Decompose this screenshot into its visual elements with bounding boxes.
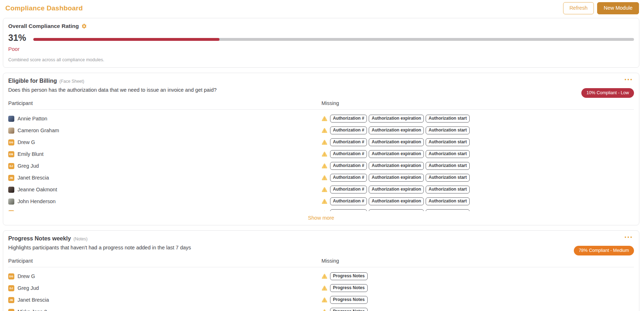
missing-cell: Authorization #Authorization expirationA… — [321, 209, 634, 211]
participant-name: Greg Jud — [18, 285, 39, 291]
missing-chip: Authorization # — [330, 115, 367, 123]
table-row[interactable]: DGDrew G Authorization #Authorization ex… — [8, 137, 634, 148]
overall-description: Combined score across all compliance mod… — [8, 57, 634, 62]
warning-icon — [321, 128, 328, 133]
missing-cell: Authorization #Authorization expirationA… — [321, 197, 634, 205]
participant-name: Janet Brescia — [18, 297, 49, 303]
participant-cell[interactable]: John Henderson — [8, 198, 321, 205]
module-card-eligible-for-billing: Eligible for Billing (Face Sheet) Does t… — [3, 73, 639, 225]
table-row[interactable]: Annie Patton Authorization #Authorizatio… — [8, 113, 634, 125]
avatar: GJ — [8, 285, 14, 291]
warning-icon — [321, 139, 328, 145]
avatar: MJ — [8, 309, 14, 311]
gear-icon[interactable] — [81, 23, 87, 29]
warning-icon — [321, 151, 328, 157]
participant-name: Annie Patton — [18, 116, 47, 121]
missing-cell: Authorization #Authorization expirationA… — [321, 162, 634, 170]
missing-chip: Authorization expiration — [369, 186, 424, 193]
missing-chip: Authorization expiration — [369, 115, 424, 123]
clipped-next-row: Authorization #Authorization expirationA… — [8, 207, 634, 211]
avatar — [8, 116, 14, 122]
participant-cell[interactable]: Jeanne Oakmont — [8, 187, 321, 193]
avatar — [8, 198, 14, 205]
participant-cell[interactable]: Annie Patton — [8, 116, 321, 122]
missing-chip: Authorization start — [426, 162, 470, 170]
participant-cell[interactable]: JBJanet Brescia — [8, 175, 321, 181]
missing-cell: Progress Notes — [321, 308, 634, 311]
table-row[interactable]: JBJanet Brescia Authorization #Authoriza… — [8, 172, 634, 184]
table-row[interactable]: JBJanet Brescia Progress Notes — [8, 294, 634, 306]
participant-cell[interactable]: DGDrew G — [8, 273, 321, 279]
avatar — [8, 210, 14, 211]
page-title: Compliance Dashboard — [5, 4, 83, 12]
table-row[interactable]: GJGreg Jud Authorization #Authorization … — [8, 160, 634, 172]
show-more-link[interactable]: Show more — [8, 211, 634, 224]
table-row[interactable]: John Henderson Authorization #Authorizat… — [8, 196, 634, 207]
missing-chip: Progress Notes — [330, 296, 368, 304]
avatar: JB — [8, 175, 14, 181]
missing-chip: Authorization # — [330, 162, 367, 170]
participant-cell[interactable]: EBEmily Blunt — [8, 151, 321, 157]
participant-name: Jeanne Oakmont — [18, 187, 57, 192]
warning-icon — [321, 297, 328, 303]
table-row[interactable]: Jeanne Oakmont Authorization #Authorizat… — [8, 184, 634, 196]
participant-cell[interactable]: DGDrew G — [8, 139, 321, 145]
missing-chip: Authorization expiration — [369, 126, 424, 134]
module-description: Highlights participants that haven't had… — [8, 245, 459, 250]
ellipsis-menu-icon[interactable] — [625, 79, 632, 81]
missing-cell: Authorization #Authorization expirationA… — [321, 126, 634, 134]
ellipsis-menu-icon[interactable] — [625, 236, 632, 238]
overall-compliance-title: Overall Compliance Rating — [8, 23, 79, 29]
overall-percent: 31% — [8, 33, 26, 42]
warning-icon — [321, 210, 328, 211]
participant-cell[interactable]: JBJanet Brescia — [8, 297, 321, 303]
new-module-button[interactable]: New Module — [597, 2, 639, 14]
table-header: Participant Missing — [8, 100, 634, 110]
missing-cell: Authorization #Authorization expirationA… — [321, 138, 634, 146]
compliance-badge: 10% Compliant - Low — [581, 88, 634, 98]
missing-chip: Authorization start — [426, 209, 470, 211]
missing-chip: Authorization # — [330, 138, 367, 146]
warning-icon — [321, 187, 328, 192]
missing-chip: Authorization # — [330, 126, 367, 134]
topbar-actions: Refresh New Module — [563, 2, 639, 14]
warning-icon — [321, 285, 328, 291]
table-row[interactable]: GJGreg Jud Progress Notes — [8, 282, 634, 294]
missing-chip: Authorization start — [426, 126, 470, 134]
missing-chip: Authorization # — [330, 209, 367, 211]
missing-chip: Authorization start — [426, 197, 470, 205]
module-title: Progress Notes weekly — [8, 235, 71, 242]
missing-cell: Authorization #Authorization expirationA… — [321, 186, 634, 193]
missing-chip: Progress Notes — [330, 308, 368, 311]
missing-cell: Progress Notes — [321, 284, 634, 292]
column-participant: Participant — [8, 100, 321, 106]
participant-cell[interactable]: GJGreg Jud — [8, 163, 321, 169]
table-row[interactable]: EBEmily Blunt Authorization #Authorizati… — [8, 148, 634, 160]
warning-icon — [321, 309, 328, 311]
missing-chip: Authorization expiration — [369, 209, 424, 211]
refresh-button[interactable]: Refresh — [563, 2, 594, 14]
table-row[interactable]: DGDrew G Progress Notes — [8, 271, 634, 282]
warning-icon — [321, 273, 328, 279]
missing-cell: Authorization #Authorization expirationA… — [321, 150, 634, 158]
module-subtitle: (Face Sheet) — [59, 79, 84, 84]
missing-chip: Authorization start — [426, 186, 470, 193]
participant-cell[interactable] — [8, 210, 321, 211]
rows: Annie Patton Authorization #Authorizatio… — [8, 110, 634, 207]
participant-cell[interactable]: GJGreg Jud — [8, 285, 321, 291]
avatar: DG — [8, 273, 14, 279]
avatar: GJ — [8, 163, 14, 169]
participant-cell[interactable]: Cameron Graham — [8, 128, 321, 134]
table-row[interactable]: Cameron Graham Authorization #Authorizat… — [8, 125, 634, 137]
table-row[interactable]: MJMirko Jans 2 Progress Notes — [8, 306, 634, 311]
participant-name: Emily Blunt — [18, 151, 44, 157]
missing-chip: Authorization # — [330, 197, 367, 205]
participant-name: Greg Jud — [18, 163, 39, 169]
compliance-dashboard-page: Compliance Dashboard Refresh New Module … — [0, 0, 644, 311]
participant-cell[interactable]: MJMirko Jans 2 — [8, 309, 321, 311]
warning-icon — [321, 163, 328, 169]
missing-cell: Authorization #Authorization expirationA… — [321, 115, 634, 123]
warning-icon — [321, 198, 328, 204]
missing-chip: Authorization # — [330, 174, 367, 182]
table-row[interactable]: Authorization #Authorization expirationA… — [8, 207, 634, 211]
